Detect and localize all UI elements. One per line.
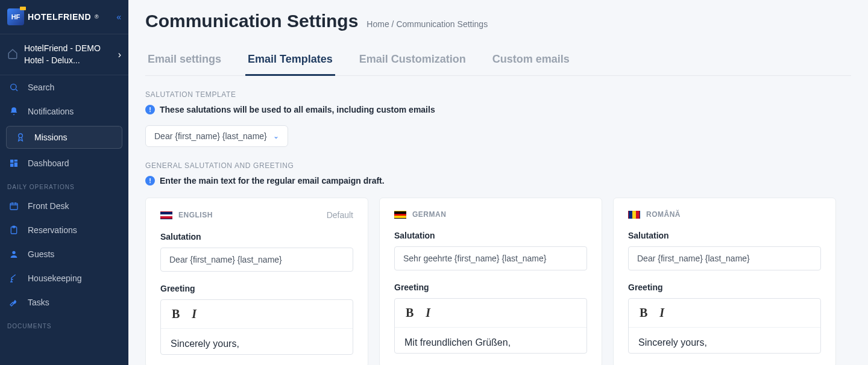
language-label: ROMÂNĂ <box>646 210 681 219</box>
nav-label: Search <box>28 83 54 92</box>
bold-button[interactable]: B <box>640 306 647 320</box>
flag-ro-icon <box>628 211 640 219</box>
logo[interactable]: HF HOTELFRIEND ® <box>7 8 99 25</box>
salutation-input-en[interactable] <box>160 248 353 272</box>
salutation-input-de[interactable] <box>394 246 587 270</box>
card-romanian: ROMÂNĂ Salutation Greeting B I Sincerely… <box>613 198 836 365</box>
greeting-body-de[interactable]: Mit freundlichen Grüßen, <box>395 328 587 353</box>
grid-icon <box>8 158 19 168</box>
hotel-selector[interactable]: HotelFriend - DEMO Hotel - Delux... › <box>0 34 128 75</box>
nav-guests[interactable]: Guests <box>0 242 128 266</box>
svg-point-1 <box>19 134 23 138</box>
tab-email-customization[interactable]: Email Customization <box>357 47 468 76</box>
collapse-sidebar-icon[interactable]: « <box>116 12 121 22</box>
salutation-dropdown[interactable]: Dear {first_name} {last_name} ⌄ <box>145 125 288 147</box>
chevron-right-icon: › <box>118 49 121 60</box>
search-icon <box>8 83 19 92</box>
tab-email-templates[interactable]: Email Templates <box>245 47 335 76</box>
section-daily-operations: DAILY OPERATIONS <box>0 175 128 194</box>
section-documents: DOCUMENTS <box>0 314 128 333</box>
flag-uk-icon <box>160 211 172 219</box>
salutation-template-label: SALUTATION TEMPLATE <box>145 90 851 99</box>
svg-rect-4 <box>14 163 17 167</box>
salutation-label: Salutation <box>160 232 353 242</box>
nav-label: Reservations <box>28 225 77 235</box>
bold-button[interactable]: B <box>172 307 180 321</box>
greeting-body-en[interactable]: Sincerely yours, <box>161 329 353 354</box>
svg-point-0 <box>11 84 16 90</box>
nav-notifications[interactable]: Notifications <box>0 99 128 123</box>
nav-search[interactable]: Search <box>0 75 128 99</box>
hotel-name: HotelFriend - DEMO Hotel - Delux... <box>24 43 112 66</box>
nav-missions[interactable]: Missions <box>6 126 122 149</box>
editor-toolbar: B I <box>629 299 820 328</box>
bell-icon <box>8 107 19 116</box>
greeting-body-ro[interactable]: Sincerely yours, <box>629 328 820 353</box>
card-header: GERMAN <box>394 210 587 219</box>
card-english: ENGLISH Default Salutation Greeting B I … <box>145 198 368 365</box>
dropdown-value: Dear {first_name} {last_name} <box>154 131 267 141</box>
nav-dashboard[interactable]: Dashboard <box>0 151 128 175</box>
tab-custom-emails[interactable]: Custom emails <box>490 47 572 76</box>
svg-rect-6 <box>10 204 17 210</box>
nav-label: Missions <box>34 133 67 142</box>
breadcrumb-current: Communication Settings <box>396 19 488 29</box>
page-header: Communication Settings Home / Communicat… <box>145 11 851 31</box>
greeting-label: Greeting <box>160 284 353 293</box>
breadcrumb: Home / Communication Settings <box>366 19 488 29</box>
svg-point-9 <box>12 251 15 254</box>
calendar-icon <box>8 201 19 211</box>
italic-button[interactable]: I <box>426 306 430 320</box>
flag-de-icon <box>394 211 406 219</box>
greeting-editor-en: B I Sincerely yours, <box>160 299 353 355</box>
bold-button[interactable]: B <box>406 306 414 320</box>
info-icon: ! <box>145 105 155 114</box>
card-header: ROMÂNĂ <box>628 210 821 219</box>
language-cards: ENGLISH Default Salutation Greeting B I … <box>145 198 851 365</box>
greeting-editor-de: B I Mit freundlichen Grüßen, <box>394 298 587 354</box>
nav-tasks[interactable]: Tasks <box>0 290 128 314</box>
editor-toolbar: B I <box>161 300 353 329</box>
italic-button[interactable]: I <box>659 306 664 320</box>
tab-email-settings[interactable]: Email settings <box>145 47 224 76</box>
nav-label: Front Desk <box>28 201 69 211</box>
page-title: Communication Settings <box>145 11 358 31</box>
chevron-down-icon: ⌄ <box>273 132 279 140</box>
nav-label: Tasks <box>28 298 49 307</box>
language-label: GERMAN <box>412 210 446 219</box>
salutation-input-ro[interactable] <box>628 246 821 270</box>
greeting-label: Greeting <box>628 282 821 292</box>
nav-label: Housekeeping <box>28 273 82 283</box>
salutation-label: Salutation <box>394 231 587 240</box>
salutation-info: ! These salutations will be used to all … <box>145 105 851 114</box>
nav-housekeeping[interactable]: Housekeeping <box>0 266 128 290</box>
home-icon <box>7 48 18 61</box>
nav-reservations[interactable]: Reservations <box>0 218 128 242</box>
card-header: ENGLISH Default <box>160 210 353 220</box>
broom-icon <box>8 273 19 283</box>
editor-toolbar: B I <box>395 299 587 328</box>
trademark-icon: ® <box>95 14 99 20</box>
salutation-label: Salutation <box>628 231 821 240</box>
general-info-text: Enter the main text for the regular emai… <box>160 176 385 186</box>
user-icon <box>8 249 19 259</box>
sidebar: HF HOTELFRIEND ® « HotelFriend - DEMO Ho… <box>0 0 128 365</box>
breadcrumb-home[interactable]: Home <box>366 19 389 29</box>
svg-rect-2 <box>10 160 13 163</box>
italic-button[interactable]: I <box>192 307 197 321</box>
breadcrumb-separator: / <box>392 19 394 29</box>
nav-label: Guests <box>28 249 54 259</box>
language-label: ENGLISH <box>178 211 213 219</box>
greeting-editor-ro: B I Sincerely yours, <box>628 298 821 354</box>
card-german: GERMAN Salutation Greeting B I Mit freun… <box>379 198 602 365</box>
greeting-label: Greeting <box>394 282 587 292</box>
ribbon-icon <box>15 133 26 142</box>
nav-front-desk[interactable]: Front Desk <box>0 194 128 218</box>
logo-row: HF HOTELFRIEND ® « <box>0 0 128 34</box>
wrench-icon <box>8 298 19 307</box>
logo-text: HOTELFRIEND <box>28 12 91 22</box>
main-content: Communication Settings Home / Communicat… <box>128 0 868 365</box>
general-info: ! Enter the main text for the regular em… <box>145 176 851 186</box>
logo-icon: HF <box>7 8 24 25</box>
nav-label: Notifications <box>28 107 74 116</box>
